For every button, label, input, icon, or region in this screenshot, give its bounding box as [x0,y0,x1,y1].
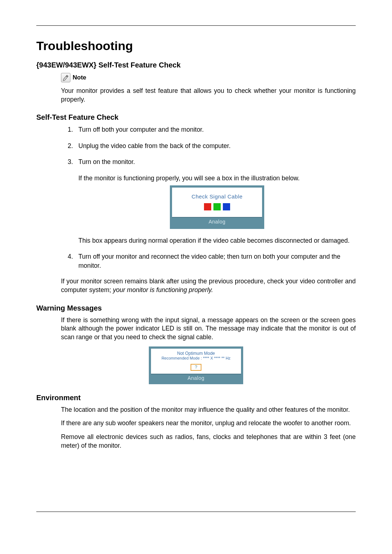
closing-em: your monitor is functioning properly. [113,286,213,294]
heading-environment: Environment [36,394,356,402]
rule-bottom [36,512,356,512]
env-p1: The location and the position of the mon… [61,406,356,414]
osd-not-optimum-box: Not Optimum Mode Recommended Mode : ****… [149,346,243,384]
env-p2: If there are any sub woofer speakers nea… [61,419,356,428]
step-3: Turn on the monitor. If the monitor is f… [75,157,356,245]
closing-para: If your monitor screen remains blank aft… [61,277,356,294]
step-text: Unplug the video cable from the back of … [78,142,230,149]
step-1: Turn off both your computer and the moni… [75,125,356,134]
step-text: Turn on the monitor. [78,158,135,165]
osd2-button: ? [191,364,201,370]
osd-check-signal-box: Check Signal Cable Analog [170,185,264,229]
step-text: Turn off your monitor and reconnect the … [78,253,340,269]
warning-text: If there is something wrong with the inp… [61,316,356,342]
note-icon [61,73,70,82]
page-title: Troubleshooting [36,39,356,53]
steps-list: Turn off both your computer and the moni… [75,125,356,270]
step-4: Turn off your monitor and reconnect the … [75,252,356,270]
note-row: Note [61,73,356,82]
step-3-sub: If the monitor is functioning properly, … [78,174,356,183]
osd-color-squares [172,203,262,217]
step-text: Turn off both your computer and the moni… [78,126,204,133]
rule-top [36,25,356,26]
square-red [204,203,211,210]
step-2: Unplug the video cable from the back of … [75,141,356,151]
note-text: Your monitor provides a self test featur… [61,87,356,104]
osd2-line2: Recommended Mode : **** X **** ** Hz [151,356,241,362]
heading-warning-messages: Warning Messages [36,304,356,312]
note-label: Note [73,74,86,81]
heading-self-test-model: {943EW/943EWX} Self-Test Feature Check [36,61,356,69]
square-blue [223,203,230,210]
heading-self-test: Self-Test Feature Check [36,113,356,122]
square-green [213,203,221,210]
osd-footer: Analog [172,217,262,227]
step-3-after: This box appears during normal operation… [78,236,356,245]
osd2-line1: Not Optimum Mode [151,349,241,356]
env-p3: Remove all electronic devices such as ra… [61,433,356,450]
osd-message: Check Signal Cable [172,188,262,203]
osd2-footer: Analog [151,374,241,382]
